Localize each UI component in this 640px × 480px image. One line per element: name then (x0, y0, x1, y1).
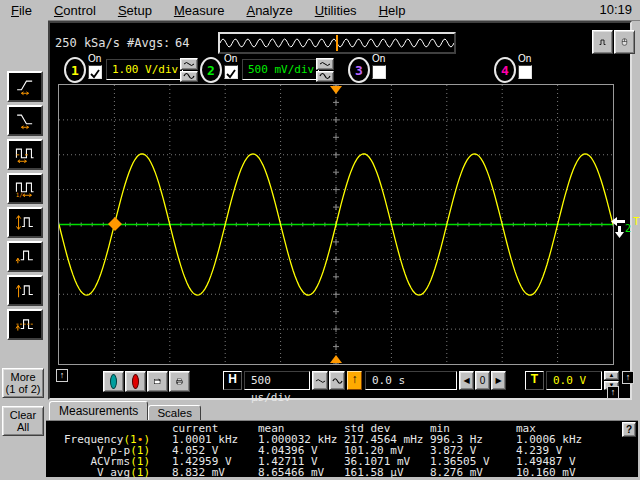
meas-current: 8.832 mV (172, 467, 258, 478)
trigger-time-marker-top[interactable] (330, 86, 342, 94)
measure-v-base-button[interactable] (7, 241, 43, 272)
timebase-zoom-out-button[interactable] (312, 371, 328, 390)
menu-setup-rest: etup (127, 3, 152, 18)
quickprint-button[interactable] (169, 371, 190, 392)
period-icon (15, 143, 35, 166)
horizontal-position-display[interactable]: 0.0 s (365, 371, 457, 390)
channel-2-ground-marker: 2 (625, 223, 631, 234)
menu-help-key: H (379, 3, 388, 18)
channel-3-on-label: On (372, 54, 392, 64)
channel-1-scale-up-button[interactable] (180, 58, 198, 70)
acquisition-preview[interactable] (218, 32, 456, 54)
help-button[interactable]: ? (622, 422, 636, 437)
measure-frequency-button[interactable]: 1/ (7, 173, 43, 204)
square-pulse-icon (599, 35, 606, 49)
horizontal-reference-diamond[interactable] (108, 217, 122, 231)
channel-4-on-group: On (518, 54, 538, 79)
channel-3-badge[interactable]: 3 (348, 57, 370, 83)
tab-measurements[interactable]: Measurements (49, 401, 148, 421)
menu-utilities-rest: tilities (324, 3, 357, 18)
fall-time-icon (15, 109, 35, 132)
measure-period-button[interactable] (7, 139, 43, 170)
channel-2-on-checkbox[interactable] (224, 65, 238, 79)
v-average-icon (15, 313, 35, 336)
menu-control[interactable]: Control (43, 3, 107, 18)
measure-v-average-button[interactable] (7, 309, 43, 340)
menu-file-rest: ile (19, 3, 32, 18)
measure-fall-time-button[interactable] (7, 105, 43, 136)
menu-control-rest: ontrol (63, 3, 96, 18)
channel-2-on-label: On (224, 54, 244, 64)
zero-label: 0 (480, 375, 486, 386)
trigger-level-display[interactable]: 0.0 V (546, 371, 602, 390)
menu-analyze[interactable]: Analyze (235, 3, 303, 18)
menu-utilities[interactable]: Utilities (304, 3, 368, 18)
marker-up-right-2[interactable]: ↑ (607, 386, 619, 399)
channel-2-badge[interactable]: 2 (200, 57, 222, 83)
timebase-display[interactable]: 500 µs/div (244, 371, 310, 390)
trigger-button[interactable]: T (525, 371, 544, 390)
meas-name: V avg (97, 466, 130, 479)
mouse-pointer-button[interactable] (614, 30, 635, 54)
menu-setup-key: S (118, 3, 127, 18)
clear-label-line1: Clear (10, 409, 36, 421)
frequency-icon: 1/ (15, 177, 35, 200)
menu-control-key: C (54, 3, 63, 18)
channel-1-scale-down-button[interactable] (180, 71, 198, 83)
small-sine-icon (315, 378, 326, 384)
trigger-time-marker-bottom[interactable] (330, 355, 342, 363)
large-sine-icon (332, 377, 343, 385)
trigger-position-button[interactable]: ↑ (347, 371, 362, 390)
menu-file[interactable]: File (0, 3, 43, 18)
marker-b-button[interactable] (125, 371, 146, 392)
oscilloscope-screen: File Control Setup Measure Analyze Utili… (0, 0, 640, 480)
menu-analyze-key: A (246, 3, 255, 18)
quickmeas-button[interactable] (147, 371, 168, 392)
channel-1-scale-display[interactable]: 1.00 V/div (106, 59, 183, 80)
waveform-traces (59, 85, 613, 364)
printer-icon (176, 375, 183, 388)
measure-toolbar: 1/ (0, 20, 48, 480)
measure-v-pp-button[interactable] (7, 207, 43, 238)
marker-up-left[interactable]: ↑ (56, 369, 68, 382)
timebase-zoom-in-button[interactable] (329, 371, 345, 390)
menu-bar: File Control Setup Measure Analyze Utili… (0, 0, 640, 21)
channel-2-scale-up-button[interactable] (316, 58, 334, 70)
channel-1-on-label: On (88, 54, 108, 64)
horizontal-button[interactable]: H (223, 371, 242, 390)
measure-v-top-button[interactable] (7, 275, 43, 306)
menu-measure-key: M (174, 3, 185, 18)
more-measurements-button[interactable]: More (1 of 2) (2, 368, 44, 398)
position-right-button[interactable]: ▶ (491, 371, 506, 390)
channel-1-on-checkbox[interactable] (88, 65, 102, 79)
more-label-line1: More (10, 371, 35, 383)
clock: 10:19 (599, 2, 632, 17)
measure-rise-time-button[interactable] (7, 71, 43, 102)
right-edge-marker-cluster[interactable]: 2 T (611, 215, 640, 239)
channel-4-badge[interactable]: 4 (494, 57, 516, 83)
position-zero-button[interactable]: 0 (475, 371, 490, 390)
channel-3-on-checkbox[interactable] (372, 65, 386, 79)
tab-scales[interactable]: Scales (148, 405, 201, 421)
left-arrow-icon (611, 217, 625, 226)
small-sine-icon (319, 61, 331, 67)
trigger-level-up-button[interactable]: ▲ (604, 371, 619, 380)
clear-all-button[interactable]: Clear All (2, 406, 44, 436)
menu-setup[interactable]: Setup (107, 3, 163, 18)
menu-file-key: F (11, 3, 19, 18)
channel-1-badge[interactable]: 1 (64, 57, 86, 83)
channel-3-number: 3 (355, 63, 363, 78)
pulse-mode-button[interactable] (592, 30, 613, 54)
averages-label: #Avgs: (127, 36, 170, 50)
channel-2-number: 2 (207, 63, 215, 78)
channel-2-scale-display[interactable]: 500 mV/div (242, 59, 319, 80)
more-label-line2: (1 of 2) (6, 383, 41, 395)
channel-2-scale-down-button[interactable] (316, 71, 334, 83)
channel-4-on-checkbox[interactable] (518, 65, 532, 79)
position-left-button[interactable]: ◀ (459, 371, 474, 390)
rise-time-icon (15, 75, 35, 98)
menu-help[interactable]: Help (368, 3, 417, 18)
marker-a-button[interactable] (103, 371, 124, 392)
marker-up-right[interactable]: ↑ (622, 371, 634, 384)
menu-measure[interactable]: Measure (163, 3, 236, 18)
